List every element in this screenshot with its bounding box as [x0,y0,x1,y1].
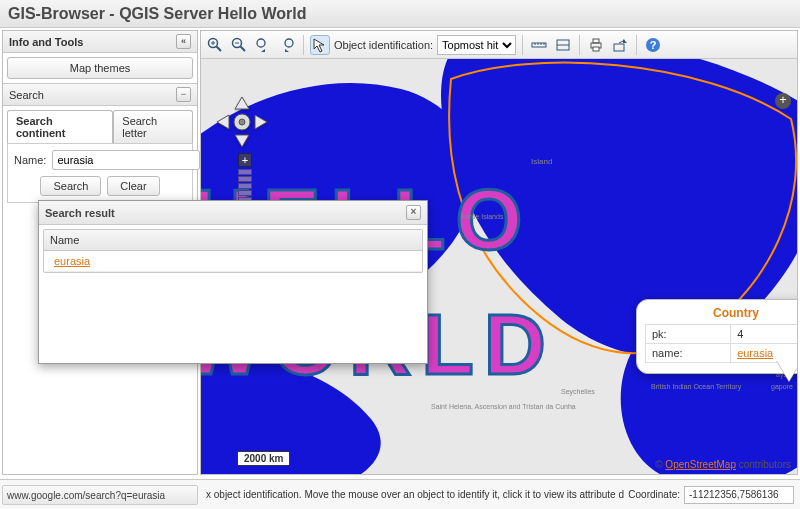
popup-row: name: eurasia [646,344,798,363]
collapse-search-button[interactable]: − [176,87,191,102]
svg-rect-17 [593,39,599,43]
svg-rect-19 [614,44,624,51]
map-attribution: © OpenStreetMap contributors [655,459,791,470]
coordinate-label: Coordinate: [624,489,684,500]
map-themes-button[interactable]: Map themes [7,57,193,79]
measure-area-icon[interactable] [553,35,573,55]
zoom-next-icon[interactable] [277,35,297,55]
popup-value-link[interactable]: eurasia [737,347,773,359]
search-section-label: Search [9,89,44,101]
identify-icon[interactable] [310,35,330,55]
svg-marker-35 [235,135,249,147]
result-row[interactable]: eurasia [44,251,422,272]
toolbar-separator [579,35,580,55]
popup-key: pk: [646,325,731,344]
zoom-prev-icon[interactable] [253,35,273,55]
svg-text:?: ? [650,39,657,51]
svg-text:Island: Island [531,157,552,166]
result-link[interactable]: eurasia [54,255,90,267]
result-close-button[interactable]: × [406,205,421,220]
search-section-header[interactable]: Search − [3,83,197,106]
status-message: x object identification. Move the mouse … [200,489,624,500]
zoom-plus-button[interactable]: + [238,153,252,167]
measure-distance-icon[interactable] [529,35,549,55]
result-grid: Name eurasia [43,229,423,273]
svg-point-8 [285,39,293,47]
popup-title: Country [645,306,797,320]
search-result-window: Search result × Name eurasia [38,200,428,364]
svg-text:British Indian Ocean Territory: British Indian Ocean Territory [651,383,742,391]
popup-value: 4 [731,325,797,344]
toolbar-separator [303,35,304,55]
identify-label: Object identification: [334,39,433,51]
name-label: Name: [14,154,46,166]
svg-line-1 [217,46,222,51]
name-input[interactable] [52,150,200,170]
pan-control[interactable] [215,95,269,149]
collapse-sidebar-button[interactable]: « [176,34,191,49]
svg-point-7 [257,39,265,47]
identify-mode-select[interactable]: Topmost hit [437,35,516,55]
svg-marker-34 [235,97,249,109]
svg-marker-37 [255,115,267,129]
osm-link[interactable]: OpenStreetMap [665,459,736,470]
svg-line-5 [241,46,246,51]
search-button[interactable]: Search [40,176,101,196]
result-column-header[interactable]: Name [44,230,422,251]
result-title: Search result [45,207,115,219]
svg-point-39 [239,119,245,125]
svg-rect-18 [593,47,599,51]
zoom-in-icon[interactable] [205,35,225,55]
print-icon[interactable] [586,35,606,55]
main-area: Info and Tools « Map themes Search − Sea… [0,28,800,477]
sidebar-header: Info and Tools « [3,31,197,53]
result-body: Name eurasia [39,225,427,363]
tab-search-continent[interactable]: Search continent [7,110,113,143]
result-header[interactable]: Search result × [39,201,427,225]
coordinate-value: -11212356,7586136 [684,486,794,504]
popup-row: pk: 4 [646,325,798,344]
feature-popup: × Country pk: 4 name: eurasia [636,299,797,374]
help-icon[interactable]: ? [643,35,663,55]
tab-search-letter[interactable]: Search letter [113,110,193,143]
export-icon[interactable] [610,35,630,55]
svg-text:Faroe Islands: Faroe Islands [461,213,504,220]
search-form: Name: Search Clear [7,143,193,203]
svg-text:Saint Helena, Ascension and Tr: Saint Helena, Ascension and Tristan da C… [431,403,576,410]
clear-button[interactable]: Clear [107,176,159,196]
maximize-map-button[interactable]: + [775,93,791,109]
svg-marker-36 [217,115,229,129]
app-title: GIS-Browser - QGIS Server Hello World [0,0,800,28]
status-url: www.google.com/search?q=eurasia [2,485,198,505]
zoom-out-icon[interactable] [229,35,249,55]
status-bar: www.google.com/search?q=eurasia x object… [0,479,800,509]
svg-text:Seychelles: Seychelles [561,388,595,396]
popup-key: name: [646,344,731,363]
toolbar-separator [522,35,523,55]
sidebar-title: Info and Tools [9,36,83,48]
search-tabs: Search continent Search letter [7,110,193,143]
scale-bar: 2000 km [237,451,290,466]
map-toolbar: Object identification: Topmost hit ? [201,31,797,59]
popup-table: pk: 4 name: eurasia [645,324,797,363]
toolbar-separator [636,35,637,55]
